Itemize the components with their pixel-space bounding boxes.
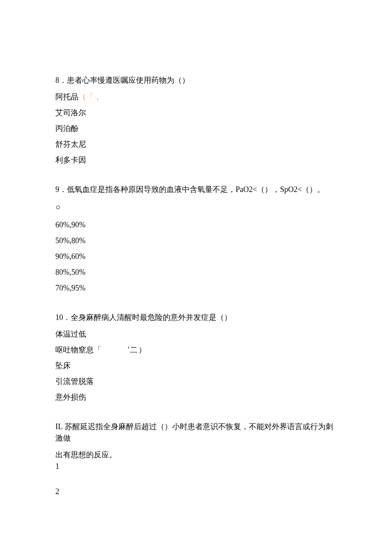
question-10-option-d: 引流管脱落: [55, 376, 337, 387]
question-10-text: 10．全身麻醉病人清醒时最危险的意外并发症是（）: [55, 312, 337, 323]
question-9-option-c: 90%,60%: [55, 251, 337, 262]
q9-spo2: SpO2<: [280, 185, 302, 194]
question-10-option-c: 坠床: [55, 360, 337, 372]
question-8: 8．患者心率慢遵医嘱应使用药物为（） 阿托品（「， 艾司洛尔 丙泊酚 舒芬太尼 …: [55, 75, 337, 166]
question-8-number: 8: [55, 76, 59, 84]
question-8-text: 8．患者心率慢遵医嘱应使用药物为（）: [55, 75, 337, 86]
q9-pre: ．低氧血症是指各种原因导致的血液中含氧量不足，: [59, 185, 236, 194]
option-hint: 「 '二）: [94, 346, 147, 354]
question-9-option-b: 50%,80%: [55, 235, 337, 247]
option-text: 阿托品: [55, 93, 78, 101]
question-10-option-b: 呕吐物窒息「 '二）: [55, 344, 337, 356]
question-8-option-a: 阿托品（「，: [55, 91, 337, 103]
document-page: 8．患者心率慢遵医嘱应使用药物为（） 阿托品（「， 艾司洛尔 丙泊酚 舒芬太尼 …: [0, 0, 392, 549]
question-10-option-a: 体温过低: [55, 328, 337, 340]
question-10-number: 10: [55, 313, 63, 322]
question-11-line2: 出有思想的反应。: [55, 449, 337, 461]
question-9-option-a: 60%,90%: [55, 219, 337, 231]
question-11-option-1: 1: [55, 461, 337, 472]
question-11: IL 苏醒延迟指全身麻醉后超过（）小时患者意识不恢复，不能对外界语言或行为刺激做…: [55, 421, 337, 497]
question-9-option-e: 70%,95%: [55, 282, 337, 294]
question-8-option-e: 利多卡因: [55, 154, 337, 166]
option-hint: （「，: [78, 93, 101, 101]
question-9-option-d: 80%,50%: [55, 267, 337, 278]
question-11-number: IL: [55, 422, 63, 431]
question-11-option-2: 2: [55, 486, 337, 497]
question-9: 9．低氧血症是指各种原因导致的血液中含氧量不足，PaO2<（），SpO2<（）。…: [55, 184, 337, 294]
q9-pao2: PaO2<: [236, 185, 257, 194]
question-9-text: 9．低氧血症是指各种原因导致的血液中含氧量不足，PaO2<（），SpO2<（）。: [55, 184, 337, 195]
question-8-body: ．患者心率慢遵医嘱应使用药物为（）: [59, 76, 190, 84]
question-11-line1: IL 苏醒延迟指全身麻醉后超过（）小时患者意识不恢复，不能对外界语言或行为刺激做: [55, 421, 337, 444]
circle-marker: ○: [55, 200, 337, 213]
question-9-number: 9: [55, 185, 59, 194]
question-10: 10．全身麻醉病人清醒时最危险的意外并发症是（） 体温过低 呕吐物窒息「 '二）…: [55, 312, 337, 403]
question-10-option-e: 意外损伤: [55, 392, 337, 403]
question-11-body1: 苏醒延迟指全身麻醉后超过（）小时患者意识不恢复，不能对外界语言或行为刺激做: [55, 422, 333, 442]
q9-mid2: （）。: [302, 185, 325, 194]
question-8-option-b: 艾司洛尔: [55, 107, 337, 119]
option-text: 呕吐物窒息: [55, 346, 94, 354]
question-10-body: ．全身麻醉病人清醒时最危险的意外并发症是（）: [63, 313, 232, 322]
q9-mid1: （），: [257, 185, 280, 194]
question-8-option-c: 丙泊酚: [55, 123, 337, 134]
question-8-option-d: 舒芬太尼: [55, 139, 337, 150]
